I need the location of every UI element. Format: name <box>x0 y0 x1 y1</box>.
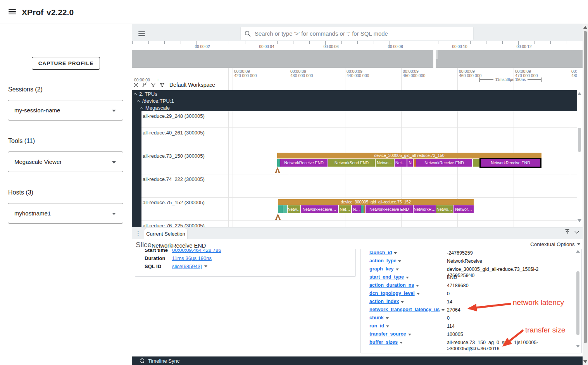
trace-group-header[interactable]: 2. TPUs <box>132 90 577 97</box>
attribute-label-link[interactable]: action_index <box>369 299 399 304</box>
slice-attribute-row: buffer_sizesall-reduce.73_150_ag_0_sr_0_… <box>369 339 540 352</box>
slice-selected[interactable]: NetworkReceive END <box>479 158 541 168</box>
minimap-handle[interactable] <box>436 50 438 59</box>
collapse-icon[interactable] <box>133 83 138 88</box>
session-select[interactable]: my-session-name <box>8 100 123 121</box>
attribute-label-link[interactable]: network_transport_latency_us <box>369 307 440 312</box>
window-scroll-up-icon[interactable] <box>583 26 587 29</box>
field-value-link[interactable]: 11ms 36µs 190ns <box>172 255 212 261</box>
timeline-minimap[interactable] <box>132 50 583 68</box>
slice[interactable]: NetworkReceive END <box>280 159 328 167</box>
field-label: SQL ID <box>145 263 172 269</box>
slice[interactable]: N <box>407 159 413 167</box>
filter-icon[interactable] <box>151 83 156 88</box>
timeline-sync-bar[interactable]: Timeline Sync <box>132 356 583 365</box>
ruler-tick-label: 00:00:04 <box>253 45 280 49</box>
slice[interactable] <box>473 159 479 167</box>
sidebar-toggle-icon[interactable] <box>138 31 145 36</box>
slice-attribute-row: chunk0 <box>369 315 450 321</box>
workspace-icon[interactable] <box>159 83 165 88</box>
window-scrollbar-thumb[interactable] <box>584 31 587 343</box>
trace-row-label: all-reduce.29_248 (300005) <box>143 113 205 119</box>
caret-down-icon[interactable] <box>416 285 419 287</box>
dock-to-top-icon[interactable] <box>564 229 570 234</box>
trace-group-header[interactable]: /device:TPU:1 <box>132 97 577 104</box>
slice[interactable]: NetworkReceive… <box>301 205 338 213</box>
attribute-label-link[interactable]: buffer_sizes <box>369 339 398 345</box>
workspace-name[interactable]: Default Workspace <box>169 82 215 88</box>
track-expander-strip <box>132 111 141 227</box>
parent-slice[interactable]: device_300005_gid_all-reduce.75_152 <box>278 199 474 205</box>
slice[interactable]: NetworkR… <box>414 205 436 213</box>
tool-select[interactable]: Megascale Viewer <box>8 152 123 172</box>
axis-time-label: 00:00:09450 000 000 <box>403 69 425 78</box>
slice[interactable] <box>364 205 365 213</box>
field-value-link[interactable]: 00:00:09.464 428 786 <box>172 249 221 253</box>
caret-down-icon[interactable] <box>394 252 397 254</box>
attribute-label-link[interactable]: action_type <box>369 258 396 263</box>
caret-down-icon[interactable] <box>401 301 404 303</box>
details-scrollbar-thumb[interactable] <box>576 271 579 335</box>
trace-scrollbar-thumb[interactable] <box>578 128 581 152</box>
session-select-value: my-session-name <box>14 107 60 114</box>
slice[interactable]: Netwo… <box>376 159 394 167</box>
trace-scroll-up-icon[interactable] <box>578 92 581 95</box>
time-gridline <box>345 68 345 90</box>
capture-profile-button[interactable]: CAPTURE PROFILE <box>32 57 100 70</box>
group-label: /device:TPU:1 <box>142 98 174 104</box>
caret-down-icon[interactable] <box>408 334 411 336</box>
attribute-label-link[interactable]: chunk <box>369 315 384 320</box>
window-scroll-down-icon[interactable] <box>583 360 587 363</box>
slice[interactable]: Net… <box>339 205 351 213</box>
minor-tick <box>438 41 438 44</box>
attribute-label-link[interactable]: transfer_source <box>369 331 406 337</box>
slice[interactable] <box>414 159 416 167</box>
slice[interactable]: Netw… <box>288 205 300 213</box>
details-scroll-up-icon[interactable] <box>576 250 580 253</box>
caret-down-icon <box>577 243 580 245</box>
slice[interactable]: NetworkReceive END <box>416 159 472 167</box>
slice[interactable]: Networ… <box>454 205 474 213</box>
caret-down-icon[interactable] <box>400 342 403 344</box>
tab-current-selection[interactable]: Current Selection <box>144 228 188 239</box>
search-input[interactable] <box>255 30 469 37</box>
slice[interactable] <box>278 205 283 213</box>
trace-group-header[interactable]: Megascale <box>132 104 577 111</box>
app-version: v2.22.0 <box>47 8 74 17</box>
caret-down-icon[interactable] <box>396 269 399 270</box>
caret-down-icon[interactable] <box>406 277 409 279</box>
caret-down-icon[interactable] <box>204 265 207 267</box>
host-select[interactable]: myhostname1 <box>8 203 123 224</box>
caret-down-icon[interactable] <box>398 260 401 262</box>
slice[interactable]: NetworkSend END <box>328 159 375 167</box>
attribute-value: all-reduce.73_150_ag_0_sr_0_1|s100005->3… <box>447 339 540 352</box>
group-label: 2. TPUs <box>139 91 157 97</box>
attribute-label-link[interactable]: start_end_type <box>369 274 404 280</box>
field-value-link[interactable]: slice[685943] <box>172 263 202 269</box>
caret-down-icon[interactable] <box>386 317 389 319</box>
slice-attribute-row: start_end_typeEND <box>369 274 457 281</box>
ruler-tick-label: 00:00:02 <box>189 45 216 49</box>
flag-off-icon[interactable] <box>142 82 147 88</box>
slice[interactable]: N… <box>352 205 361 213</box>
menu-icon[interactable] <box>9 9 16 14</box>
slice[interactable] <box>283 205 287 213</box>
contextual-options-button[interactable]: Contextual Options <box>530 241 580 247</box>
attribute-label-link[interactable]: action_duration_ns <box>369 282 414 288</box>
attribute-label-link[interactable]: dcn_topology_level <box>369 291 415 296</box>
slice[interactable]: Net… <box>395 159 407 167</box>
attribute-label-link[interactable]: run_id <box>369 323 384 329</box>
slice[interactable] <box>277 159 280 167</box>
caret-down-icon[interactable] <box>441 309 445 311</box>
caret-down-icon[interactable] <box>417 293 420 295</box>
kebab-menu-icon[interactable]: ⋮ <box>135 230 141 236</box>
attribute-label-link[interactable]: graph_key <box>369 266 394 272</box>
annotation-network-latency: network latency <box>513 298 564 307</box>
axis-time-label: 00:00:09440 000 000 <box>347 69 369 78</box>
slice[interactable]: NetworkReceive END <box>366 205 413 213</box>
details-scroll-down-icon[interactable] <box>576 345 580 348</box>
attribute-label-link[interactable]: launch_id <box>369 250 392 255</box>
trace-scroll-down-icon[interactable] <box>578 219 581 222</box>
slice[interactable]: Netwo… <box>436 205 453 213</box>
caret-down-icon[interactable] <box>386 325 389 327</box>
